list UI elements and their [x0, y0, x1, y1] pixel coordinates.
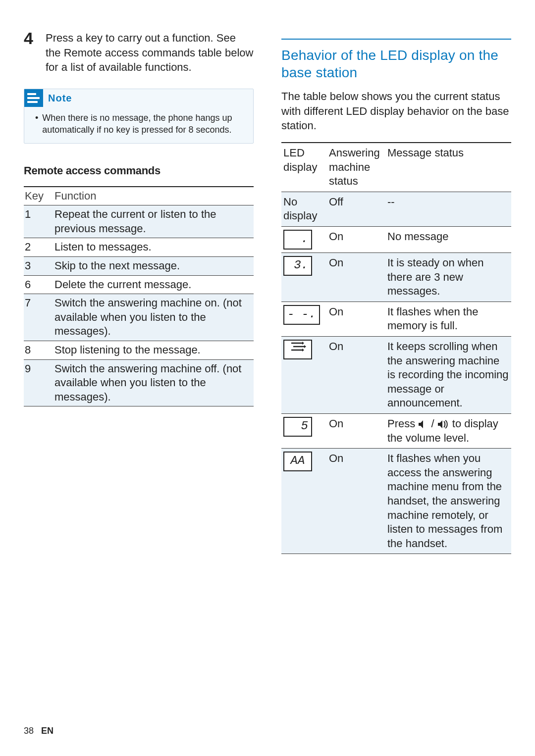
led-display: AA	[281, 449, 327, 554]
led-display: .	[281, 227, 327, 253]
speaker-low-icon	[418, 420, 428, 429]
led-status: On	[327, 227, 385, 253]
col-display: LED display	[281, 143, 327, 192]
led-status: On	[327, 337, 385, 414]
step-4: 4 Press a key to carry out a function. S…	[24, 30, 254, 75]
led-status: Off	[327, 192, 385, 226]
table-row: On It keeps scrolling when the answering…	[281, 337, 511, 414]
led-msg: It is steady on when there are 3 new mes…	[385, 253, 511, 302]
section-intro: The table below shows you the current st…	[281, 89, 511, 133]
lcd-3-icon: 3.	[283, 256, 312, 276]
cmd-func: Listen to messages.	[54, 238, 254, 257]
step-number: 4	[24, 30, 37, 75]
table-row: AA On It flashes when you access the ans…	[281, 449, 511, 554]
cmd-func: Switch the answering machine on. (not av…	[54, 294, 254, 341]
col-status: Answering machine status	[327, 143, 385, 192]
right-column: Behavior of the LED display on the base …	[281, 30, 511, 554]
lcd-scroll-icon	[283, 340, 312, 359]
led-msg: No message	[385, 227, 511, 253]
table-row: 8 Stop listening to the message.	[24, 341, 254, 360]
note-body: When there is no message, the phone hang…	[24, 110, 253, 136]
table-row: 7 Switch the answering machine on. (not …	[24, 294, 254, 341]
note-text: When there is no message, the phone hang…	[42, 112, 246, 136]
cmd-key: 2	[24, 238, 54, 257]
cmd-key: 6	[24, 275, 54, 294]
led-display	[281, 337, 327, 414]
speaker-high-icon	[437, 420, 449, 429]
note-icon	[24, 89, 43, 107]
page-footer: 38 EN	[24, 726, 54, 736]
cmd-key: 9	[24, 359, 54, 406]
table-row: . On No message	[281, 227, 511, 253]
table-row: 1 Repeat the current or listen to the pr…	[24, 205, 254, 238]
page-columns: 4 Press a key to carry out a function. S…	[24, 30, 511, 554]
cmd-func: Repeat the current or listen to the prev…	[54, 205, 254, 238]
table-row: - -. On It flashes when the memory is fu…	[281, 302, 511, 336]
led-display: - -.	[281, 302, 327, 336]
led-table: LED display Answering machine status Mes…	[281, 142, 511, 554]
table-row: 9 Switch the answering machine off. (not…	[24, 359, 254, 406]
lcd-5-icon: 5	[283, 417, 312, 437]
step-text: Press a key to carry out a function. See…	[46, 30, 254, 75]
col-msg: Message status	[385, 143, 511, 192]
table-row: 2 Listen to messages.	[24, 238, 254, 257]
cmd-key: 8	[24, 341, 54, 360]
lcd-dashes-icon: - -.	[283, 305, 320, 325]
table-row: 3. On It is steady on when there are 3 n…	[281, 253, 511, 302]
cmd-key: 3	[24, 257, 54, 276]
col-key: Key	[24, 187, 54, 205]
msg-prefix: Press	[387, 417, 418, 430]
section-title: Behavior of the LED display on the base …	[281, 39, 511, 81]
commands-heading: Remote access commands	[24, 164, 254, 177]
commands-table: Key Function 1 Repeat the current or lis…	[24, 186, 254, 407]
cmd-func: Switch the answering machine off. (not a…	[54, 359, 254, 406]
led-msg: --	[385, 192, 511, 226]
led-status: On	[327, 253, 385, 302]
note-label: Note	[48, 93, 72, 104]
cmd-key: 1	[24, 205, 54, 238]
table-row: 5 On Press / to display the volume level…	[281, 413, 511, 448]
led-display: 3.	[281, 253, 327, 302]
left-column: 4 Press a key to carry out a function. S…	[24, 30, 254, 554]
led-msg: It flashes when the memory is full.	[385, 302, 511, 336]
cmd-func: Stop listening to the message.	[54, 341, 254, 360]
led-msg: Press / to display the volume level.	[385, 413, 511, 448]
table-row: 6 Delete the current message.	[24, 275, 254, 294]
led-msg: It flashes when you access the answering…	[385, 449, 511, 554]
table-row: 3 Skip to the next message.	[24, 257, 254, 276]
led-display: No display	[281, 192, 327, 226]
page-number: 38	[24, 726, 34, 736]
cmd-key: 7	[24, 294, 54, 341]
cmd-func: Skip to the next message.	[54, 257, 254, 276]
led-display: 5	[281, 413, 327, 448]
lcd-dot-icon: .	[283, 230, 312, 250]
led-status: On	[327, 302, 385, 336]
note-box: Note When there is no message, the phone…	[24, 89, 254, 144]
cmd-func: Delete the current message.	[54, 275, 254, 294]
table-row: No display Off --	[281, 192, 511, 226]
page-lang: EN	[41, 726, 54, 736]
col-function: Function	[54, 187, 254, 205]
led-msg: It keeps scrolling when the answering ma…	[385, 337, 511, 414]
lcd-aa-icon: AA	[283, 452, 312, 471]
note-header: Note	[24, 89, 253, 110]
led-status: On	[327, 413, 385, 448]
led-status: On	[327, 449, 385, 554]
